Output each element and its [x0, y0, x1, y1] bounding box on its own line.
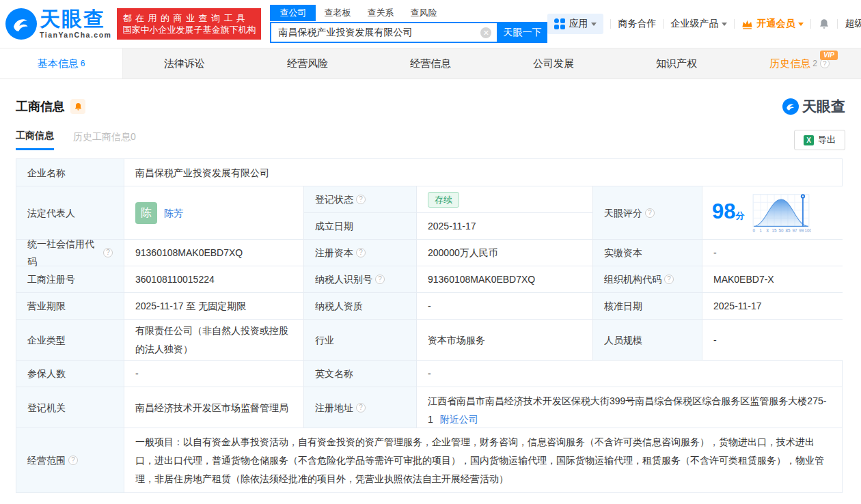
search-tab-company[interactable]: 查公司 — [270, 5, 316, 21]
subtab-history-business-info[interactable]: 历史工商信息0 — [73, 131, 136, 150]
tab-history-info[interactable]: VIP 历史信息 2 ? — [738, 48, 861, 79]
reg-status-cell: 存续 — [417, 186, 592, 212]
field-label: 企业名称 — [16, 159, 124, 186]
bell-icon — [74, 102, 83, 111]
field-label: 法定代表人 — [16, 186, 124, 239]
help-icon[interactable]: ? — [820, 59, 830, 68]
field-label: 实缴资本 — [593, 240, 702, 266]
subscribe-bell-chip[interactable] — [70, 99, 85, 114]
tab-legal-proceedings[interactable]: 法律诉讼 — [123, 48, 246, 79]
search-tab-risk[interactable]: 查风险 — [402, 5, 445, 21]
field-label: 英文名称 — [304, 361, 417, 387]
business-term-value: 2025-11-17 至 无固定期限 — [124, 293, 304, 319]
tianyancha-logo-icon — [782, 98, 799, 115]
export-button[interactable]: X 导出 — [794, 130, 845, 150]
tab-operation-info[interactable]: 经营信息 — [369, 48, 492, 79]
taxpayer-id-value: 91360108MAK0EBD7XQ — [417, 266, 593, 292]
search-tab-relation[interactable]: 查关系 — [359, 5, 402, 21]
staff-size-value: - — [702, 320, 843, 360]
divider — [610, 19, 611, 29]
help-icon[interactable]: ? — [645, 208, 655, 218]
paid-capital-value: - — [702, 240, 843, 266]
svg-text:3: 3 — [767, 228, 769, 233]
crown-icon — [741, 19, 753, 29]
tab-intellectual-property[interactable]: 知识产权 — [615, 48, 738, 79]
search-tab-boss[interactable]: 查老板 — [316, 5, 359, 21]
header-nav: 应用 商务合作 企业级产品 开通会员 超级风... — [547, 14, 861, 34]
open-membership-menu[interactable]: 开通会员 — [741, 18, 804, 30]
logo-name: 天眼查 — [40, 9, 111, 29]
nearby-companies-link[interactable]: 附近公司 — [440, 414, 478, 425]
company-type-value: 有限责任公司（非自然人投资或控股的法人独资） — [124, 320, 304, 360]
apps-grid-icon — [554, 18, 565, 29]
tab-basic-info[interactable]: 基本信息 6 — [0, 48, 123, 79]
svg-text:15: 15 — [772, 228, 777, 233]
subtab-business-info[interactable]: 工商信息 — [16, 130, 54, 150]
field-label: 参保人数 — [16, 361, 124, 387]
tianyancha-logo[interactable]: 天眼查 TianYanCha.com — [5, 8, 111, 40]
legal-rep-cell: 陈 陈芳 — [124, 186, 304, 239]
legal-rep-link[interactable]: 陈芳 — [164, 204, 183, 222]
promo-banner: 都在用的商业查询工具 国家中小企业发展子基金旗下机构 — [117, 8, 261, 40]
table-row: 法定代表人 陈 陈芳 登记状态 ? 存续 成立日期 2025-11-17 — [16, 186, 842, 240]
apps-menu[interactable]: 应用 — [547, 14, 603, 34]
svg-text:99: 99 — [800, 228, 804, 233]
credit-code-value: 91360108MAK0EBD7XQ — [124, 240, 304, 266]
search-button[interactable]: 天眼一下 — [497, 22, 547, 43]
notifications-button[interactable] — [818, 18, 830, 30]
business-info-table: 企业名称 南昌保税产业投资发展有限公司 法定代表人 陈 陈芳 登记状态 ? 存续 — [16, 158, 843, 493]
reg-address-cell: 江西省南昌市南昌经济技术开发区保税大街399号南昌综合保税区综合服务区监管服务大… — [417, 387, 842, 428]
help-icon[interactable]: ? — [356, 248, 366, 257]
score-value: 98 — [712, 199, 735, 223]
help-icon[interactable]: ? — [664, 275, 674, 284]
tab-operational-risk[interactable]: 经营风险 — [246, 48, 369, 79]
chevron-down-icon — [798, 23, 804, 29]
logo-domain: TianYanCha.com — [40, 31, 111, 39]
enterprise-products-menu[interactable]: 企业级产品 — [670, 18, 727, 30]
approval-date-value: 2025-11-17 — [702, 293, 843, 319]
super-risk-menu[interactable]: 超级风... — [845, 18, 861, 30]
table-row: 营业期限 2025-11-17 至 无固定期限 纳税人资质 - 核准日期 202… — [16, 293, 842, 320]
tab-count: 2 — [812, 59, 817, 68]
business-cooperation-link[interactable]: 商务合作 — [618, 18, 656, 30]
watermark-text: 天眼查 — [802, 97, 845, 116]
table-row: 经营范围 ? 一般项目：以自有资金从事投资活动，自有资金投资的资产管理服务，企业… — [16, 428, 842, 493]
field-label: 纳税人资质 — [304, 293, 417, 319]
help-icon[interactable]: ? — [375, 275, 385, 284]
help-icon[interactable]: ? — [356, 195, 366, 204]
apps-label: 应用 — [569, 18, 588, 30]
establish-date-value: 2025-11-17 — [417, 213, 592, 239]
reg-address-value: 江西省南昌市南昌经济技术开发区保税大街399号南昌综合保税区综合服务区监管服务大… — [428, 395, 826, 425]
help-icon[interactable]: ? — [356, 403, 366, 412]
table-row: 统一社会信用代码 ? 91360108MAK0EBD7XQ 注册资本 ? 200… — [16, 240, 842, 266]
org-code-value: MAK0EBD7-X — [702, 266, 843, 292]
insured-value: - — [124, 361, 304, 387]
svg-text:97: 97 — [793, 228, 797, 233]
company-page-tabs: 基本信息 6 法律诉讼 经营风险 经营信息 公司发展 知识产权 VIP 历史信息… — [0, 48, 861, 79]
table-row: 登记机关 南昌经济技术开发区市场监督管理局 注册地址 ? 江西省南昌市南昌经济技… — [16, 387, 842, 428]
svg-text:85: 85 — [786, 228, 791, 233]
search-block: 查公司 查老板 查关系 查风险 ✕ 天眼一下 — [270, 5, 547, 43]
top-header: 天眼查 TianYanCha.com 都在用的商业查询工具 国家中小企业发展子基… — [0, 0, 861, 48]
field-label: 核准日期 — [593, 293, 702, 319]
divider — [663, 19, 664, 29]
search-input[interactable] — [270, 22, 497, 43]
main-content: 工商信息 天眼查 工商信息 历史工商信息0 X 导出 企业名称 — [0, 97, 861, 493]
excel-icon: X — [804, 135, 814, 145]
field-label: 天眼评分 ? — [593, 186, 702, 239]
business-scope-value: 一般项目：以自有资金从事投资活动，自有资金投资的资产管理服务，企业管理，财务咨询… — [124, 428, 842, 492]
field-label: 经营范围 ? — [16, 428, 124, 492]
help-icon[interactable]: ? — [68, 456, 78, 465]
field-label: 登记机关 — [16, 387, 124, 428]
table-row: 工商注册号 360108110015224 纳税人识别号 ? 91360108M… — [16, 266, 842, 293]
field-label: 注册地址 ? — [304, 387, 417, 428]
divider — [837, 19, 838, 29]
field-label: 组织机构代码 ? — [593, 266, 702, 292]
search-tabs: 查公司 查老板 查关系 查风险 — [270, 5, 547, 21]
field-label: 企业类型 — [16, 320, 124, 360]
field-label: 登记状态 ? — [304, 186, 417, 212]
avatar: 陈 — [135, 202, 157, 224]
bell-icon — [818, 18, 830, 30]
tab-company-development[interactable]: 公司发展 — [492, 48, 615, 79]
help-icon[interactable]: ? — [103, 248, 113, 257]
